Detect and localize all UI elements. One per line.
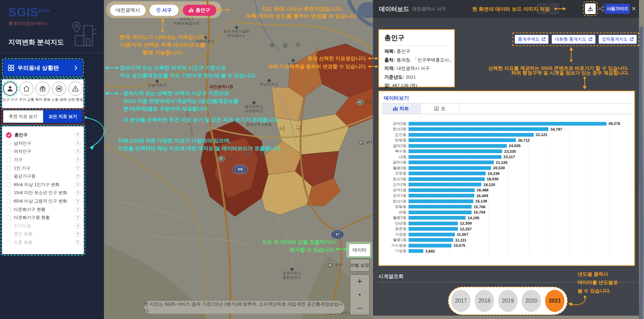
help-icon[interactable]: ? xyxy=(75,182,80,187)
help-icon[interactable]: ? xyxy=(75,207,80,212)
chart-bar[interactable] xyxy=(409,244,451,247)
chart-bar[interactable] xyxy=(409,211,472,214)
chart-bar[interactable] xyxy=(409,144,507,148)
map-data-toggle-button[interactable]: 데이터 xyxy=(349,244,370,256)
chart-bar[interactable] xyxy=(409,138,516,142)
chart-bar[interactable] xyxy=(409,233,455,236)
help-icon[interactable]: ? xyxy=(75,149,80,154)
tab-chart[interactable]: 차트 xyxy=(382,103,421,114)
chart-bar[interactable] xyxy=(409,205,472,209)
indicator-item[interactable]: 1인 가구? xyxy=(6,164,80,172)
indicator-item[interactable]: 다문화가구원 현황? xyxy=(6,214,80,222)
link-통계주제도[interactable]: 통계주제도 xyxy=(515,35,549,44)
chart-bar[interactable] xyxy=(409,155,501,159)
indicator-item[interactable]: 가구? xyxy=(6,156,80,164)
sigungu-button[interactable]: 서구 xyxy=(150,5,178,16)
indicator-item[interactable]: 65세 이상 고령자 인구 변화? xyxy=(6,197,80,206)
indicator-item[interactable]: 이혼 현황? xyxy=(6,238,80,247)
map-label-setting-button[interactable]: 라벨 설정 xyxy=(350,259,370,272)
category-house[interactable]: 주거·교통 xyxy=(19,82,34,108)
indicator-item[interactable]: 15세 미만 유소년 인구 변화? xyxy=(6,189,80,197)
indicator-item[interactable]: 여자인구? xyxy=(6,147,80,156)
link-정책통계지도[interactable]: 정책통계지도 xyxy=(598,35,637,44)
tab-recommended-indicators[interactable]: 추천 지표 보기 xyxy=(3,110,43,123)
indicator-item[interactable]: 평균가구원? xyxy=(6,172,80,181)
share-icon[interactable] xyxy=(598,6,604,12)
chart-bar[interactable] xyxy=(409,177,485,181)
sgis-logo[interactable]: SGISplus 통계지리정보서비스 xyxy=(8,5,50,27)
link-대화형 통계지도[interactable]: 대화형 통계지도 xyxy=(551,35,596,44)
zoom-out-button[interactable]: − xyxy=(357,304,362,313)
school-icon xyxy=(252,101,256,104)
radio-icon[interactable] xyxy=(6,207,11,212)
year-button-2017[interactable]: 2017 xyxy=(451,290,471,312)
category-person[interactable]: 인구·가구 xyxy=(2,82,18,108)
chart-bar[interactable] xyxy=(409,222,458,225)
help-icon[interactable]: ? xyxy=(75,157,80,163)
user-guide-button[interactable]: 사용가이드 xyxy=(605,4,630,14)
help-icon[interactable]: ? xyxy=(75,165,80,171)
chart-bar[interactable] xyxy=(409,183,481,186)
year-button-2019[interactable]: 2019 xyxy=(498,290,518,312)
help-icon[interactable]: ? xyxy=(75,174,80,179)
indicator-item[interactable]: 남자인구? xyxy=(6,139,80,148)
year-button-2020[interactable]: 2020 xyxy=(522,290,541,312)
chart-bar[interactable] xyxy=(409,122,606,126)
chart-bar[interactable] xyxy=(409,238,453,242)
help-icon[interactable]: ? xyxy=(75,132,80,138)
save-image-button[interactable] xyxy=(585,3,596,14)
chart-bar[interactable] xyxy=(409,199,473,203)
tab-all-indicators[interactable]: 모든 지표 보기 xyxy=(43,110,83,123)
map-label-school: 중부대학교충청캠퍼스 xyxy=(283,268,301,280)
radio-icon[interactable] xyxy=(6,199,11,204)
indicator-item[interactable]: 총인구? xyxy=(6,131,80,139)
radio-icon[interactable] xyxy=(6,149,11,154)
year-button-2018[interactable]: 2018 xyxy=(475,290,494,312)
close-icon[interactable]: × xyxy=(632,4,636,14)
help-icon[interactable]: ? xyxy=(75,231,80,237)
chart-bar[interactable] xyxy=(409,172,486,175)
chart-value-label: 12,257 xyxy=(460,227,472,231)
help-icon[interactable]: ? xyxy=(75,215,80,221)
radio-icon[interactable] xyxy=(6,174,11,179)
chart-bar[interactable] xyxy=(409,127,548,131)
chart-bar[interactable] xyxy=(409,227,458,231)
zoom-in-button[interactable]: + xyxy=(357,277,362,285)
radio-icon[interactable] xyxy=(6,215,11,220)
chart-bar[interactable] xyxy=(409,216,466,220)
radio-icon[interactable] xyxy=(6,182,11,187)
chart-bar[interactable] xyxy=(409,149,502,153)
radio-checked-icon[interactable] xyxy=(6,132,12,138)
radio-icon[interactable] xyxy=(6,240,11,245)
help-icon[interactable]: ? xyxy=(75,223,80,229)
neighborhood-dashboard-button[interactable]: 우리동네 상황판 xyxy=(3,60,82,76)
help-icon[interactable]: ? xyxy=(75,198,80,204)
chart-bar[interactable] xyxy=(409,161,494,164)
current-indicator-button[interactable]: 총인구 xyxy=(183,5,216,16)
tab-table[interactable]: 표 xyxy=(421,103,460,114)
radio-icon[interactable] xyxy=(6,141,11,146)
indicator-item[interactable]: 인구이동? xyxy=(6,222,80,230)
help-icon[interactable]: ? xyxy=(75,140,80,146)
chart-bar[interactable] xyxy=(409,249,423,253)
year-button-2021[interactable]: 2021 xyxy=(545,290,565,312)
zoom-slider-dot[interactable] xyxy=(359,294,361,295)
help-icon[interactable]: ? xyxy=(75,190,80,196)
chart-bar[interactable] xyxy=(409,188,475,192)
help-icon[interactable]: ? xyxy=(75,240,80,245)
category-warning[interactable]: 안전·환경 xyxy=(68,82,83,108)
indicator-item[interactable]: 혼인 현황? xyxy=(6,230,80,238)
indicator-item[interactable]: 다문화가구 현황? xyxy=(6,205,80,214)
chart-bar[interactable] xyxy=(409,166,491,170)
radio-icon[interactable] xyxy=(6,157,11,163)
radio-icon[interactable] xyxy=(6,190,11,195)
radio-icon[interactable] xyxy=(6,232,11,237)
indicator-item[interactable]: 65세 이상 1인가구 변화? xyxy=(6,181,80,189)
chart-bar[interactable] xyxy=(409,133,534,137)
sido-button[interactable]: 대전광역시 xyxy=(110,5,146,16)
category-gift[interactable]: 복지·문화 xyxy=(35,82,50,108)
category-won[interactable]: ₩노동·경제 xyxy=(51,82,67,108)
radio-icon[interactable] xyxy=(6,166,11,171)
chart-bar[interactable] xyxy=(409,194,474,197)
radio-icon[interactable] xyxy=(6,223,11,228)
